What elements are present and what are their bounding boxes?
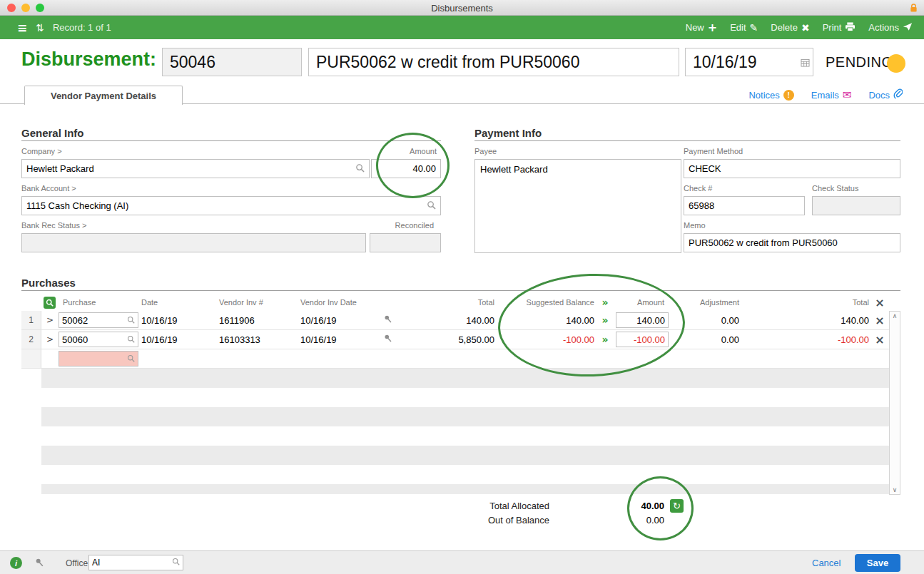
vendor-inv-number: 1611906 bbox=[214, 311, 295, 329]
table-scrollbar[interactable]: ∧ ∨ bbox=[889, 311, 900, 495]
purchase-field[interactable]: 50062 bbox=[59, 312, 138, 328]
send-arrow-icon bbox=[903, 22, 913, 34]
out-of-balance-value: 0.00 bbox=[578, 515, 664, 526]
cancel-button[interactable]: Cancel bbox=[812, 558, 841, 568]
new-purchase-field[interactable] bbox=[59, 351, 138, 367]
description-value: PUR50062 w credit from PUR50060 bbox=[316, 53, 579, 72]
bank-rec-status-field[interactable] bbox=[21, 233, 366, 252]
search-icon[interactable] bbox=[355, 163, 365, 175]
open-record-chevron[interactable]: > bbox=[46, 315, 54, 325]
save-button[interactable]: Save bbox=[855, 554, 900, 572]
apply-all-suggested-icon[interactable]: » bbox=[601, 297, 608, 308]
check-number-label: Check # bbox=[684, 184, 712, 193]
memo-label: Memo bbox=[684, 221, 706, 230]
open-record-chevron[interactable]: > bbox=[46, 334, 54, 344]
empty-row bbox=[41, 484, 889, 494]
apply-suggested-icon[interactable]: » bbox=[601, 334, 608, 345]
remove-row-icon[interactable]: × bbox=[875, 314, 884, 327]
col-vendor-inv-date: Vendor Inv Date bbox=[295, 294, 364, 311]
memo-field[interactable]: PUR50062 w credit from PUR50060 bbox=[684, 233, 900, 252]
scroll-down-icon[interactable]: ∨ bbox=[890, 486, 900, 493]
reconciled-field[interactable] bbox=[370, 233, 441, 252]
search-icon[interactable] bbox=[127, 354, 135, 364]
payment-method-field[interactable]: CHECK bbox=[684, 159, 900, 178]
tab-vendor-payment-details[interactable]: Vendor Payment Details bbox=[24, 86, 183, 105]
delete-button[interactable]: Delete ✖ bbox=[771, 22, 809, 34]
purchases-heading: Purchases bbox=[21, 277, 76, 289]
company-field[interactable]: Hewlett Packard bbox=[21, 159, 370, 178]
purchases-divider bbox=[21, 290, 900, 291]
payee-label: Payee bbox=[474, 147, 497, 155]
emails-link[interactable]: Emails ✉ bbox=[811, 88, 852, 101]
description-field[interactable]: PUR50062 w credit from PUR50060 bbox=[308, 48, 679, 76]
edit-button[interactable]: Edit ✎ bbox=[730, 22, 758, 34]
empty-row bbox=[41, 369, 889, 388]
actions-button[interactable]: Actions bbox=[868, 22, 913, 34]
amount-input[interactable]: 140.00 bbox=[616, 312, 669, 328]
pin-icon[interactable] bbox=[383, 314, 392, 326]
toolbar: ≡ ⇅ Record: 1 of 1 New + Edit ✎ Delete ✖… bbox=[0, 16, 924, 39]
footer-bar: i Office AI Cancel Save bbox=[0, 550, 924, 574]
docs-link[interactable]: Docs bbox=[868, 88, 903, 101]
check-number-field[interactable]: 65988 bbox=[684, 196, 805, 215]
col-amount: Amount bbox=[614, 294, 670, 311]
amount-field[interactable]: 40.00 bbox=[371, 159, 441, 178]
menu-icon[interactable]: ≡ bbox=[17, 21, 27, 35]
new-button[interactable]: New + bbox=[686, 21, 717, 34]
payee-field[interactable]: Hewlett Packard bbox=[474, 159, 681, 253]
pin-icon[interactable] bbox=[383, 334, 392, 345]
print-button[interactable]: Print bbox=[823, 22, 856, 34]
purchase-value: 50060 bbox=[62, 334, 88, 345]
scroll-up-icon[interactable]: ∧ bbox=[890, 312, 900, 319]
date-value: 10/16/19 bbox=[693, 53, 757, 72]
purchase-total: 140.00 bbox=[400, 311, 496, 329]
x-icon: ✖ bbox=[801, 22, 810, 34]
record-header: Disbursement: 50046 PUR50062 w credit fr… bbox=[0, 39, 924, 84]
amount-value: -100.00 bbox=[634, 334, 665, 345]
check-status-field[interactable] bbox=[812, 196, 900, 215]
record-stepper-icon[interactable]: ⇅ bbox=[36, 22, 44, 34]
col-vendor-inv: Vendor Inv # bbox=[214, 294, 295, 311]
empty-row bbox=[41, 407, 889, 426]
purchases-search-button[interactable] bbox=[44, 297, 56, 309]
purchase-date: 10/16/19 bbox=[138, 311, 214, 329]
clear-all-icon[interactable]: × bbox=[875, 296, 884, 309]
notices-link[interactable]: Notices ! bbox=[748, 90, 793, 101]
info-icon[interactable]: i bbox=[10, 557, 22, 569]
search-icon[interactable] bbox=[127, 315, 135, 326]
bank-account-field[interactable]: 1115 Cash Checking (AI) bbox=[21, 196, 441, 215]
office-field[interactable]: AI bbox=[88, 555, 183, 570]
search-icon[interactable] bbox=[427, 200, 436, 212]
general-info-heading: General Info bbox=[21, 127, 84, 139]
bank-rec-status-label: Bank Rec Status > bbox=[21, 221, 86, 230]
recalculate-button[interactable]: ↻ bbox=[670, 499, 684, 513]
disbursement-number-value: 50046 bbox=[170, 53, 215, 72]
remove-row-icon[interactable]: × bbox=[875, 333, 884, 347]
calendar-icon[interactable] bbox=[801, 52, 810, 71]
tab-bar: Vendor Payment Details Notices ! Emails … bbox=[0, 84, 924, 104]
col-date: Date bbox=[138, 294, 214, 311]
date-field[interactable]: 10/16/19 bbox=[685, 48, 813, 76]
amount-input[interactable]: -100.00 bbox=[616, 332, 669, 347]
search-icon[interactable] bbox=[127, 334, 135, 345]
envelope-icon: ✉ bbox=[843, 88, 852, 101]
titlebar: Disbursements bbox=[0, 0, 924, 16]
amount-value: 40.00 bbox=[412, 163, 436, 174]
edit-button-label: Edit bbox=[730, 22, 746, 33]
purchase-field[interactable]: 50060 bbox=[59, 332, 138, 347]
disbursement-number-field[interactable]: 50046 bbox=[162, 48, 302, 76]
search-icon[interactable] bbox=[172, 558, 180, 568]
adjustment-value: 0.00 bbox=[670, 330, 741, 349]
apply-suggested-icon[interactable]: » bbox=[601, 314, 608, 326]
col-adjustment: Adjustment bbox=[670, 294, 741, 311]
pin-icon[interactable] bbox=[34, 558, 44, 570]
delete-button-label: Delete bbox=[771, 22, 798, 33]
payment-info-heading: Payment Info bbox=[474, 127, 542, 139]
refresh-icon: ↻ bbox=[673, 501, 681, 511]
amount-label: Amount bbox=[371, 147, 437, 155]
payment-method-label: Payment Method bbox=[684, 147, 743, 155]
company-label: Company > bbox=[21, 147, 62, 155]
col-row-total: Total bbox=[741, 294, 870, 311]
paperclip-icon bbox=[893, 88, 903, 101]
empty-row bbox=[41, 446, 889, 465]
